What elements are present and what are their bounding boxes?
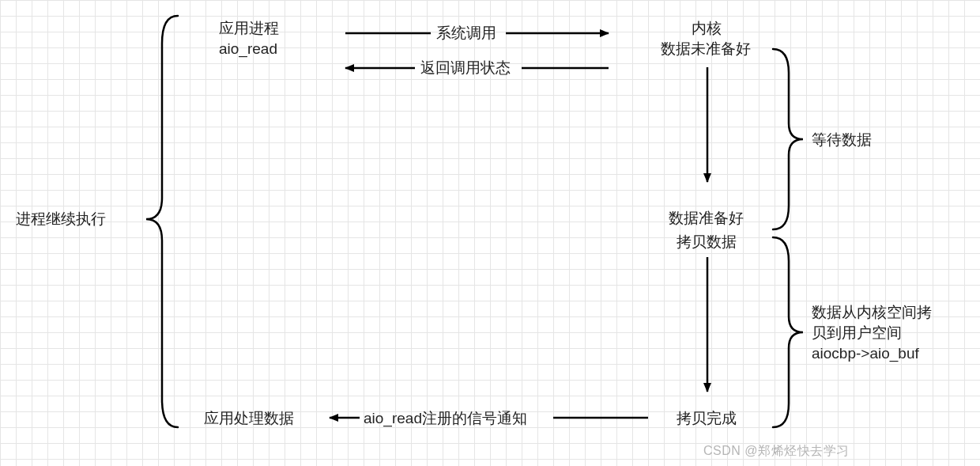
copy-data-label: 拷贝数据 xyxy=(677,233,737,252)
app-process-line1: 应用进程 xyxy=(219,19,279,39)
kernel-line2: 数据未准备好 xyxy=(661,40,751,59)
wait-data-label: 等待数据 xyxy=(812,131,872,150)
kernel-line1: 内核 xyxy=(692,19,722,39)
left-brace-label: 进程继续执行 xyxy=(16,210,106,229)
app-handle-data-label: 应用处理数据 xyxy=(204,409,294,429)
arrow-syscall-label: 系统调用 xyxy=(436,24,496,44)
watermark: CSDN @郑烯烃快去学习 xyxy=(703,443,850,460)
copy-space-label-2: 贝到用户空间 xyxy=(812,324,902,343)
arrow-return-status-label: 返回调用状态 xyxy=(420,59,511,78)
copy-done-label: 拷贝完成 xyxy=(677,409,737,429)
copy-space-label-3: aiocbp->aio_buf xyxy=(812,344,919,364)
signal-arrow-label: aio_read注册的信号通知 xyxy=(364,409,527,429)
app-process-line2: aio_read xyxy=(219,40,277,59)
data-ready-label: 数据准备好 xyxy=(669,209,744,229)
copy-space-label-1: 数据从内核空间拷 xyxy=(812,303,932,323)
